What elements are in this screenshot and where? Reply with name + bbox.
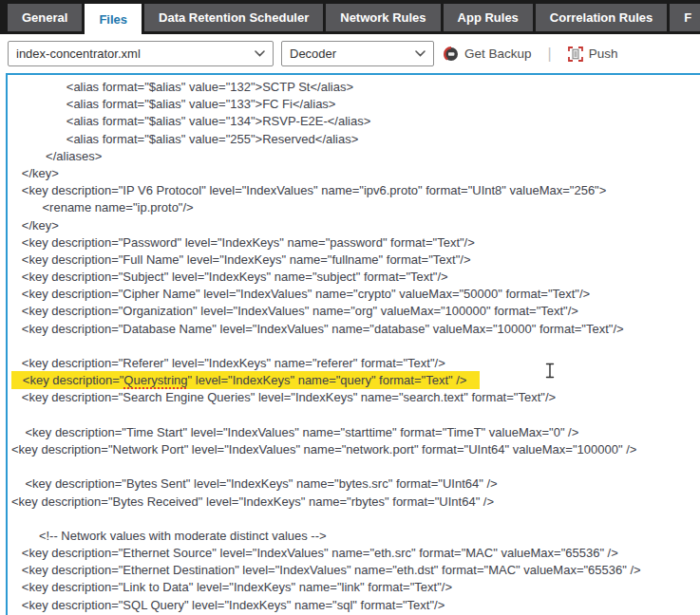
files-toolbar: index-concentrator.xml Decoder Get Backu… xyxy=(0,34,700,73)
xml-line: <key description="Full Name" level="Inde… xyxy=(11,252,700,269)
xml-line: <key description="Time Start" level="Ind… xyxy=(11,424,700,441)
xml-line: <alias format="$alias" value="133">FC Fi… xyxy=(11,96,700,113)
xml-line: <alias format="$alias" value="255">Reser… xyxy=(11,131,700,148)
xml-line: <key description="Link to Data" level="I… xyxy=(11,579,700,596)
xml-line: <!-- Network values with moderate distin… xyxy=(11,528,700,545)
xml-line: <alias format="$alias" value="134">RSVP-… xyxy=(11,113,700,130)
xml-line: <alias format="$alias" value="132">SCTP … xyxy=(11,79,700,96)
tab-data-retention-scheduler[interactable]: Data Retention Scheduler xyxy=(144,4,323,31)
service-type-dropdown-value: Decoder xyxy=(290,47,336,61)
push-icon xyxy=(568,47,583,62)
tab-files[interactable]: Files xyxy=(85,4,142,34)
get-backup-label: Get Backup xyxy=(464,47,532,61)
xml-line: <key description="Bytes Received" level=… xyxy=(11,494,700,511)
xml-line xyxy=(11,407,700,424)
tab-f[interactable]: F xyxy=(670,4,700,31)
toolbar-separator: | xyxy=(541,46,558,63)
xml-line: </key> xyxy=(11,165,700,182)
xml-line: </key> xyxy=(11,217,700,234)
push-label: Push xyxy=(589,47,618,61)
xml-line: <key description="Ethernet Destination" … xyxy=(11,562,700,579)
xml-line: <key description="IP V6 Protocol" level=… xyxy=(11,182,700,199)
misspelled-word: Querystring xyxy=(123,373,187,387)
config-tab-bar: GeneralFilesData Retention SchedulerNetw… xyxy=(0,0,700,34)
tab-general[interactable]: General xyxy=(8,4,82,31)
xml-line xyxy=(11,338,700,355)
xml-line: <key description="Search Engine Queries"… xyxy=(11,389,700,406)
xml-line-highlighted: <key description="Querystring" level="In… xyxy=(11,372,700,389)
xml-line: <key description="SQL Query" level="Inde… xyxy=(11,597,700,614)
highlight-band: <key description="Querystring" level="In… xyxy=(11,371,480,389)
chevron-down-icon xyxy=(255,50,265,57)
xml-line: <key description="Cipher Name" level="In… xyxy=(11,286,700,303)
chevron-down-icon xyxy=(415,50,426,57)
xml-file-editor[interactable]: <alias format="$alias" value="132">SCTP … xyxy=(6,73,700,615)
xml-line: <key description="Password" level="Index… xyxy=(11,234,700,252)
tab-app-rules[interactable]: App Rules xyxy=(444,4,533,31)
xml-line: <key description="Bytes Sent" level="Ind… xyxy=(11,475,700,493)
service-type-dropdown[interactable]: Decoder xyxy=(281,41,434,66)
get-backup-button[interactable]: Get Backup xyxy=(442,47,534,62)
xml-line: <key description="Subject" level="IndexK… xyxy=(11,269,700,286)
xml-line: <key description="Network Port" level="I… xyxy=(11,441,700,458)
xml-line: <key description="Ethernet Source" level… xyxy=(11,545,700,562)
backup-icon xyxy=(444,47,459,62)
xml-line: </aliases> xyxy=(11,148,700,165)
tab-correlation-rules[interactable]: Correlation Rules xyxy=(536,4,667,31)
xml-line: <key description="Organization" level="I… xyxy=(11,303,700,320)
xml-line: <rename name="ip.proto"/> xyxy=(11,199,700,216)
text-cursor-icon xyxy=(545,363,555,379)
file-dropdown[interactable]: index-concentrator.xml xyxy=(8,41,274,66)
tab-network-rules[interactable]: Network Rules xyxy=(326,4,440,31)
xml-line xyxy=(11,511,700,528)
push-button[interactable]: Push xyxy=(566,47,620,62)
xml-line: <key description="Referer" level="IndexK… xyxy=(11,355,700,372)
file-dropdown-value: index-concentrator.xml xyxy=(16,47,141,61)
xml-line: <key description="Database Name" level="… xyxy=(11,321,700,338)
xml-line xyxy=(11,458,700,475)
